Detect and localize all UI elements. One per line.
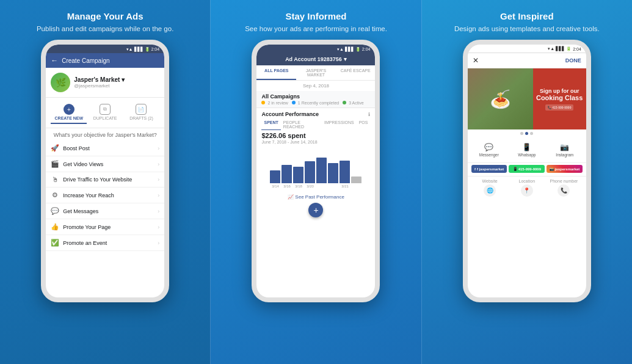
boost-label: Boost Post: [63, 145, 154, 151]
fb-handle: f jaspersmarket: [477, 167, 504, 171]
phone-right: ▾▲ ▋▋▋ 🔋 2:04 ✕ DONE 🍝 Sign up: [463, 40, 591, 302]
battery-icon-r: 🔋: [566, 46, 572, 51]
chevron-right-icon-6: ›: [158, 224, 159, 230]
signal-icon-c: ▋▋▋: [345, 47, 354, 52]
whatsapp-option[interactable]: 📱 Whatsapp: [509, 140, 545, 160]
battery-icon-c: 🔋: [355, 47, 361, 52]
chevron-right-icon-7: ›: [158, 240, 159, 246]
x-label-3: 3/18: [293, 184, 303, 188]
instagram-option[interactable]: 📷 Instagram: [547, 140, 583, 160]
profile-section: 🌿 Jasper's Market ▾ @jaspersmarket: [46, 68, 164, 98]
tab-pos[interactable]: POS: [357, 119, 371, 130]
dot-2[interactable]: [525, 132, 528, 135]
create-campaign-header: ← Create Campaign: [46, 53, 164, 68]
tab-people-reached[interactable]: PEOPLE REACHED: [281, 119, 322, 130]
battery-icon: 🔋: [145, 47, 150, 52]
video-icon: 🎬: [51, 160, 59, 168]
back-arrow-icon[interactable]: ←: [51, 56, 58, 65]
stat-completed: 1 Recently completed: [292, 101, 339, 105]
whatsapp-icon: 📱: [511, 143, 543, 151]
panel-center-title: Stay Informed: [285, 11, 346, 21]
ad-food-image: 🍝: [468, 68, 533, 129]
see-past-performance[interactable]: 📈 See Past Performance: [256, 192, 375, 202]
tab-impressions[interactable]: IMPRESSIONS: [322, 119, 357, 130]
perf-tabs: SPENT PEOPLE REACHED IMPRESSIONS POS: [261, 119, 370, 130]
tab-all-pages[interactable]: ALL PAGES: [256, 65, 296, 80]
signal-icon: ▋▋▋: [134, 47, 143, 52]
promote-event-label: Promote an Event: [63, 240, 154, 246]
menu-item-messages[interactable]: 💬 Get Messages ›: [46, 203, 164, 219]
bar-3: [293, 167, 303, 183]
tab-spent[interactable]: SPENT: [261, 119, 280, 130]
bar-chart: [261, 147, 370, 183]
ig-icon: 📸: [550, 167, 554, 171]
bar-8: [351, 177, 361, 183]
tab-jaspers-market[interactable]: JASPER'S MARKET: [296, 65, 336, 80]
create-new-button[interactable]: + CREATE NEW: [51, 101, 87, 124]
x-axis-labels: 3/14 3/16 3/18 3/20 3/21: [261, 183, 370, 189]
panel-left: Manage Your Ads Publish and edit campaig…: [0, 0, 210, 364]
profile-info: Jasper's Market ▾ @jaspersmarket: [74, 76, 159, 89]
menu-item-reach[interactable]: ⚙ Increase Your Reach ›: [46, 187, 164, 203]
panel-right-title: Get Inspired: [500, 11, 554, 21]
create-new-label: CREATE NEW: [55, 116, 84, 120]
duplicate-button[interactable]: ⧉ DUPLICATE: [87, 101, 123, 124]
campaigns-section: All Campaigns 2 in review 1 Recently com…: [256, 91, 375, 108]
spent-amount: $226.06 spent: [261, 132, 370, 139]
phone-col: Phone number 📞: [545, 179, 583, 198]
social-buttons: f f jaspersmarket 📱 415-999-9999 📸 jaspe…: [471, 165, 583, 173]
fab-button[interactable]: +: [308, 203, 323, 217]
menu-item-promote-page[interactable]: 👍 Promote Your Page ›: [46, 219, 164, 235]
messages-label: Get Messages: [63, 208, 154, 214]
facebook-button[interactable]: f f jaspersmarket: [471, 165, 507, 173]
review-dot: [261, 101, 265, 104]
phone-icon: 📞: [558, 184, 570, 197]
close-button[interactable]: ✕: [473, 56, 479, 65]
menu-item-promote-event[interactable]: ✅ Promote an Event ›: [46, 235, 164, 251]
drafts-button[interactable]: 📄 DRAFTS (2): [123, 101, 159, 124]
x-label-1: 3/14: [270, 184, 280, 188]
instagram-button[interactable]: 📸 jaspersmarket: [547, 165, 583, 173]
panel-center: Stay Informed See how your ads are perfo…: [210, 0, 421, 364]
wa-number: 415-999-9999: [518, 167, 541, 171]
create-campaign-title: Create Campaign: [62, 57, 109, 64]
ad-preview: 🍝 Sign up for our Cooking Class 📞 415-99…: [468, 68, 586, 129]
menu-item-video[interactable]: 🎬 Get Video Views ›: [46, 156, 164, 172]
fb-icon: f: [474, 167, 476, 171]
chevron-right-icon-3: ›: [158, 177, 159, 183]
bar-1: [270, 170, 280, 183]
social-buttons-row: f f jaspersmarket 📱 415-999-9999 📸 jaspe…: [468, 163, 586, 175]
tab-cafe-escape[interactable]: CAFÉ ESCAPE: [336, 65, 376, 80]
drafts-icon: 📄: [136, 104, 147, 115]
ad-headline: Sign up for our Cooking Class: [536, 88, 583, 103]
menu-item-traffic[interactable]: 🖱 Drive Traffic to Your Website ›: [46, 172, 164, 187]
dropdown-arrow-icon[interactable]: ▾: [344, 56, 347, 62]
objective-title: What's your objective for Jasper's Marke…: [46, 128, 164, 140]
duplicate-icon: ⧉: [100, 104, 111, 115]
phone-label: Phone number: [545, 179, 583, 183]
whatsapp-button[interactable]: 📱 415-999-9999: [509, 165, 545, 173]
bar-4: [305, 161, 315, 183]
status-icons-left: ▾▲ ▋▋▋ 🔋 2:04: [126, 47, 160, 52]
menu-item-boost[interactable]: 🚀 Boost Post ›: [46, 140, 164, 156]
duplicate-label: DUPLICATE: [93, 116, 117, 120]
page-tabs: ALL PAGES JASPER'S MARKET CAFÉ ESCAPE: [256, 65, 375, 81]
dot-3: [530, 132, 533, 135]
messenger-option[interactable]: 💬 Messenger: [471, 140, 507, 160]
bar-7: [340, 161, 350, 183]
completed-dot: [292, 101, 296, 104]
wifi-icon: ▾▲: [126, 47, 133, 52]
stat-active: 3 Active: [343, 101, 363, 105]
done-button[interactable]: DONE: [565, 57, 581, 64]
x-label-4: 3/20: [305, 184, 315, 188]
campaigns-title: All Campaigns: [261, 93, 370, 100]
profile-handle: @jaspersmarket: [74, 83, 159, 89]
bar-2: [281, 165, 292, 183]
website-icon: 🌐: [484, 184, 496, 197]
x-label-2: 3/16: [281, 184, 292, 188]
location-icon: 📍: [521, 184, 533, 197]
dropdown-icon[interactable]: ▾: [122, 76, 125, 83]
wa-icon: 📱: [513, 167, 517, 171]
date-range: June 7, 2018 - June 14, 2018: [261, 140, 370, 144]
status-bar-left: ▾▲ ▋▋▋ 🔋 2:04: [46, 45, 164, 53]
